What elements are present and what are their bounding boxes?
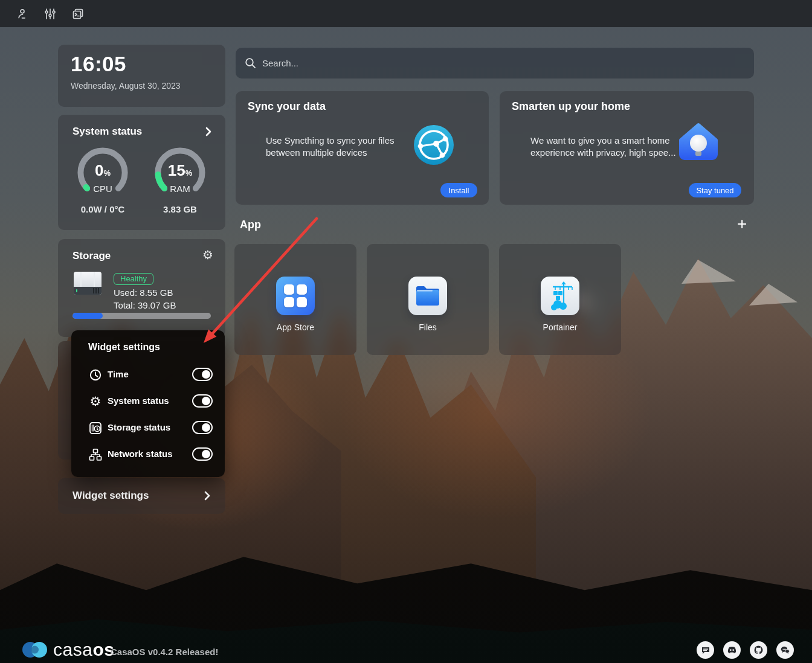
popup-title: Widget settings	[88, 342, 160, 353]
app-tile-portainer[interactable]: Portainer	[499, 244, 621, 355]
hard-drive-icon	[72, 271, 103, 298]
popup-label-system-status: System status	[108, 396, 169, 406]
system-status-title: System status	[72, 126, 142, 138]
cpu-value: 0%	[75, 162, 130, 182]
system-status-widget: System status 0% CPU 0.0W / 0°C 15% RAM …	[58, 115, 225, 230]
cpu-label: CPU	[75, 184, 130, 194]
storage-progress-bar	[72, 313, 211, 319]
github-icon[interactable]	[750, 641, 767, 659]
ram-sub-stats: 3.83 GB	[144, 204, 216, 214]
discord-icon[interactable]	[723, 641, 741, 659]
chevron-right-icon	[204, 491, 211, 501]
message-icon[interactable]	[697, 641, 714, 659]
popup-label-network-status: Network status	[108, 449, 173, 459]
health-status-badge: Healthy	[114, 273, 153, 285]
smart-home-icon	[678, 123, 718, 162]
storage-title: Storage	[72, 250, 111, 262]
popup-label-storage-status: Storage status	[108, 422, 170, 432]
storage-progress-fill	[72, 313, 103, 319]
app-store-icon	[276, 277, 315, 315]
app-tile-app-store[interactable]: App Store	[234, 244, 356, 355]
snow-cap	[682, 260, 736, 284]
app-tile-label: Portainer	[499, 322, 621, 332]
casaos-logo-text: casaos	[53, 639, 114, 660]
widget-settings-bar-label: Widget settings	[72, 490, 149, 502]
network-icon	[89, 448, 102, 461]
promo-description: Use Syncthing to sync your files between…	[266, 135, 395, 159]
files-icon	[408, 277, 447, 315]
system-status-toggle[interactable]	[192, 394, 213, 408]
storage-icon	[89, 421, 102, 435]
popup-label-time: Time	[108, 369, 129, 379]
promo-title: Sync your data	[248, 100, 326, 113]
search-input[interactable]	[262, 58, 685, 68]
gear-icon: ⚙	[89, 395, 102, 408]
casaos-logo: casaos	[22, 638, 114, 661]
syncthing-icon	[413, 124, 454, 165]
release-note: CasaOS v0.4.2 Released!	[111, 647, 218, 657]
clock-time: 16:05	[71, 52, 126, 76]
cpu-sub-stats: 0.0W / 0°C	[66, 204, 139, 214]
install-button[interactable]: Install	[440, 183, 477, 197]
stay-tuned-button[interactable]: Stay tuned	[689, 183, 741, 197]
ram-value: 15%	[152, 162, 208, 182]
top-navigation-bar	[0, 0, 812, 27]
widget-settings-bar[interactable]: Widget settings	[58, 478, 225, 514]
chat-icon[interactable]	[776, 641, 794, 659]
ram-gauge: 15% RAM	[152, 145, 208, 200]
time-widget: 16:05 Wednesday, August 30, 2023	[58, 45, 225, 107]
promo-card-syncthing: Sync your data Use Syncthing to sync you…	[236, 91, 489, 205]
storage-widget: Storage ⚙ Healthy Used: 8.55 GB Total: 3…	[58, 239, 225, 337]
app-tile-files[interactable]: Files	[367, 244, 489, 355]
popup-row-network-status: Network status	[71, 444, 225, 465]
promo-description: We want to give you a smart home experie…	[530, 135, 676, 159]
popup-row-storage-status: Storage status	[71, 418, 225, 438]
promo-title: Smarten up your home	[512, 100, 630, 113]
widget-settings-popup: Widget settings Time ⚙ System status Sto…	[71, 330, 225, 477]
search-icon	[245, 57, 256, 69]
casaos-logo-mark	[22, 639, 50, 660]
terminal-icon[interactable]	[71, 7, 85, 21]
popup-row-system-status: ⚙ System status	[71, 391, 225, 412]
storage-status-toggle[interactable]	[192, 421, 213, 434]
promo-card-smart-home: Smarten up your home We want to give you…	[500, 91, 754, 205]
cpu-gauge: 0% CPU	[75, 145, 130, 200]
popup-row-time: Time	[71, 365, 225, 385]
time-toggle[interactable]	[192, 368, 213, 381]
app-tile-label: Files	[367, 322, 489, 332]
user-icon[interactable]	[16, 7, 29, 21]
storage-total: Total: 39.07 GB	[114, 300, 176, 310]
clock-icon	[89, 368, 102, 382]
gear-icon[interactable]: ⚙	[202, 249, 213, 261]
clock-date: Wednesday, August 30, 2023	[71, 81, 181, 91]
casaos-dashboard: 16:05 Wednesday, August 30, 2023 System …	[0, 0, 812, 663]
storage-used: Used: 8.55 GB	[114, 287, 173, 298]
app-tile-label: App Store	[234, 322, 356, 332]
add-app-button[interactable]: +	[737, 215, 747, 233]
app-section-title: App	[240, 219, 261, 231]
filters-icon[interactable]	[44, 7, 57, 21]
network-status-toggle[interactable]	[192, 447, 213, 461]
chevron-right-icon[interactable]	[205, 127, 212, 136]
search-bar[interactable]	[236, 48, 754, 78]
portainer-icon	[541, 277, 579, 315]
ram-label: RAM	[152, 184, 208, 194]
